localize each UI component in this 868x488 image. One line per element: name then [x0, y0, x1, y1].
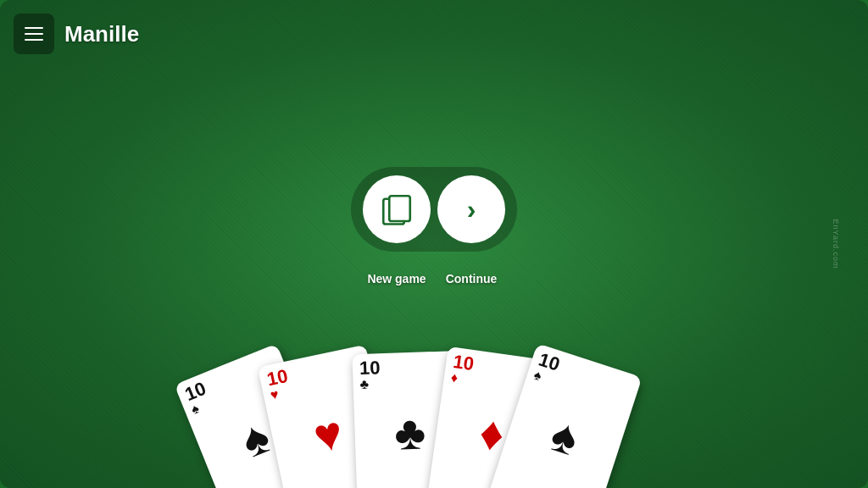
new-game-label-wrap: New game	[363, 267, 431, 286]
continue-button[interactable]: ›	[437, 175, 505, 243]
card-suit: ♠	[189, 402, 201, 417]
card-suit: ♥	[270, 387, 281, 402]
watermark: EnYard.com	[832, 219, 841, 269]
app-container: Manille › New game Continue	[0, 0, 868, 488]
card-rank: 10	[265, 367, 290, 390]
action-pill: ›	[351, 167, 517, 252]
menu-button[interactable]	[14, 14, 54, 54]
continue-label: Continue	[437, 272, 505, 286]
svg-rect-1	[389, 196, 410, 221]
header: Manille	[14, 14, 139, 54]
card-center-suit: ♠	[546, 410, 585, 463]
center-actions: › New game Continue	[351, 167, 517, 286]
card-center-suit: ♥	[309, 408, 347, 461]
card-suit: ♣	[359, 378, 369, 391]
hamburger-line-2	[25, 33, 43, 35]
cards-display: 10 ♠ ♠ 10 ♠ 10 ♥ ♥ 10 ♥ 10 ♣ ♣ 10 ♣	[222, 310, 646, 488]
new-game-label: New game	[363, 272, 431, 286]
new-game-button[interactable]	[363, 175, 431, 243]
continue-label-wrap: Continue	[437, 267, 505, 286]
hamburger-line-1	[25, 27, 43, 29]
chevron-right-icon: ›	[467, 196, 476, 223]
cards-icon	[379, 191, 415, 227]
card-rank: 10	[359, 358, 381, 378]
hamburger-line-3	[25, 39, 43, 41]
card-suit: ♠	[532, 368, 543, 383]
card-center-suit: ♣	[393, 408, 426, 457]
button-labels: New game Continue	[363, 267, 505, 286]
app-title: Manille	[64, 21, 139, 47]
card-suit: ♦	[450, 371, 459, 385]
